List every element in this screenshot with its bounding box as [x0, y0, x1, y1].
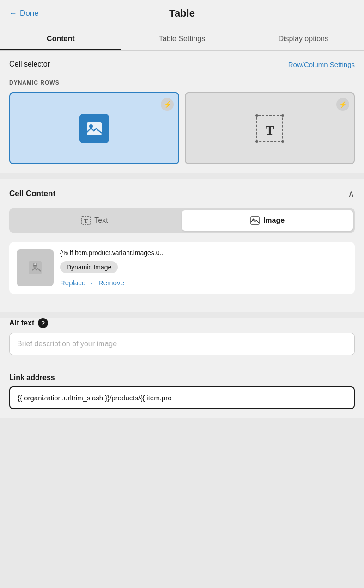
svg-point-5: [255, 140, 258, 143]
replace-button[interactable]: Replace: [60, 279, 85, 287]
toggle-image-button[interactable]: Image: [182, 210, 353, 231]
collapse-chevron-icon[interactable]: ∧: [348, 188, 355, 199]
alt-text-label-row: Alt text ?: [9, 318, 355, 328]
toggle-button-group: T Text Image: [9, 208, 355, 233]
alt-text-label: Alt text: [9, 319, 34, 327]
svg-rect-0: [87, 122, 102, 135]
cell-selector-label: Cell selector: [9, 60, 50, 68]
svg-point-6: [281, 140, 284, 143]
tab-bar: Content Table Settings Display options: [0, 27, 364, 51]
cell-content-section: Cell Content ∧ T Text Image: [0, 179, 364, 312]
link-section: Link address: [0, 364, 364, 418]
lightning-badge-image: ⚡: [161, 98, 174, 111]
dynamic-image-badge: Dynamic Image: [60, 261, 118, 273]
lightning-icon-2: ⚡: [339, 101, 347, 108]
remove-button[interactable]: Remove: [98, 279, 124, 287]
done-button[interactable]: ← Done: [9, 9, 39, 18]
text-cell-icon: T: [255, 114, 285, 143]
image-content-inner: {% if item.product.variant.images.0... D…: [17, 249, 347, 287]
dynamic-rows-label: DYNAMIC ROWS: [9, 80, 355, 86]
svg-text:T: T: [84, 218, 88, 224]
tab-content[interactable]: Content: [0, 27, 121, 50]
svg-point-4: [281, 114, 284, 117]
svg-point-14: [34, 263, 36, 265]
svg-rect-10: [251, 217, 259, 224]
cell-content-header: Cell Content ∧: [9, 188, 355, 199]
cell-content-title: Cell Content: [9, 189, 55, 198]
help-icon[interactable]: ?: [38, 318, 48, 328]
cell-card-image[interactable]: ⚡: [9, 92, 179, 164]
cell-cards: ⚡ ⚡: [9, 92, 355, 164]
main-content: Cell selector Row/Column Settings DYNAMI…: [0, 51, 364, 418]
cell-selector-row: Cell selector Row/Column Settings: [9, 60, 355, 68]
svg-point-3: [255, 114, 258, 117]
tab-display-options[interactable]: Display options: [243, 27, 364, 50]
alt-text-section: Alt text ?: [0, 318, 364, 364]
toggle-text-button[interactable]: T Text: [9, 208, 180, 233]
image-content-right: {% if item.product.variant.images.0... D…: [60, 249, 347, 287]
header: ← Done Table: [0, 0, 364, 27]
cell-card-text[interactable]: ⚡ T: [185, 92, 355, 164]
image-thumbnail: [17, 249, 54, 286]
row-col-settings-link[interactable]: Row/Column Settings: [288, 61, 355, 68]
text-toggle-icon: T: [81, 216, 91, 225]
link-address-input[interactable]: [9, 386, 355, 409]
lightning-icon: ⚡: [164, 101, 171, 108]
image-content-card: {% if item.product.variant.images.0... D…: [9, 242, 355, 294]
svg-text:T: T: [266, 123, 274, 137]
page-title: Table: [169, 7, 195, 19]
image-cell-icon: [79, 114, 109, 143]
alt-text-input[interactable]: [9, 333, 355, 355]
link-address-label: Link address: [9, 374, 355, 382]
image-actions: Replace · Remove: [60, 279, 347, 287]
image-template-text: {% if item.product.variant.images.0...: [60, 249, 347, 257]
cell-selector-section: Cell selector Row/Column Settings DYNAMI…: [0, 51, 364, 173]
back-arrow-icon: ←: [9, 9, 17, 18]
lightning-badge-text: ⚡: [336, 98, 349, 111]
tab-table-settings[interactable]: Table Settings: [121, 27, 243, 50]
action-separator: ·: [91, 279, 93, 287]
image-toggle-icon: [250, 216, 260, 225]
